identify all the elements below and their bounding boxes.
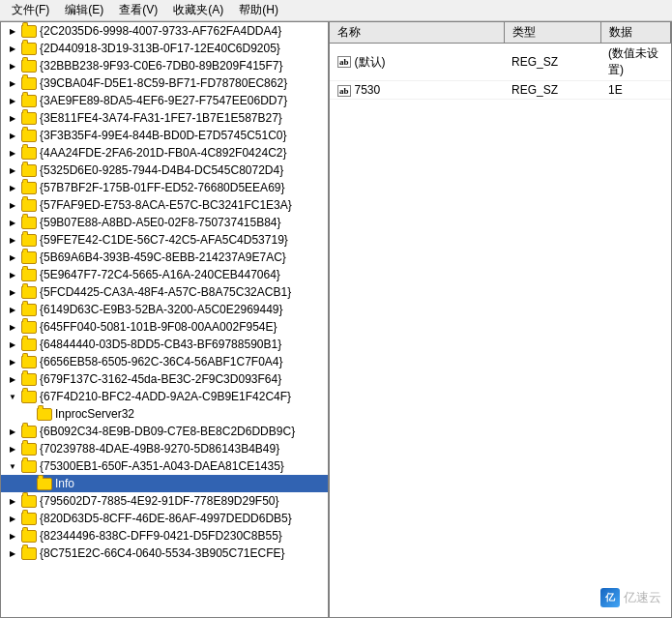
tree-expand-icon[interactable]: ▶ — [5, 319, 20, 335]
tree-item[interactable]: ▶{820D63D5-8CFF-46DE-86AF-4997DEDD6DB5} — [1, 510, 328, 527]
folder-icon — [21, 251, 37, 264]
tree-expand-icon[interactable] — [20, 406, 36, 422]
folder-icon — [21, 286, 37, 299]
tree-item[interactable]: ▶{59FE7E42-C1DE-56C7-42C5-AFA5C4D53719} — [1, 231, 328, 249]
tree-expand-icon[interactable]: ▶ — [5, 302, 20, 317]
tree-item-label: {795602D7-7885-4E92-91DF-778E89D29F50} — [40, 494, 279, 508]
tree-item[interactable]: ▶{64844440-03D5-8DD5-CB43-BF69788590B1} — [1, 336, 328, 353]
tree-item-label: {32BBB238-9F93-C0E6-7DB0-89B209F415F7} — [40, 59, 283, 73]
registry-tree[interactable]: ▶{2C2035D6-9998-4007-9733-AF762FA4DDA4}▶… — [1, 22, 330, 617]
table-row[interactable]: ab7530REG_SZ1E — [330, 81, 671, 100]
tree-expand-icon[interactable]: ▶ — [5, 110, 20, 126]
tree-expand-icon[interactable]: ▶ — [5, 441, 20, 456]
tree-expand-icon[interactable]: ▶ — [5, 424, 20, 439]
tree-item-label: {645FF040-5081-101B-9F08-00AA002F954E} — [40, 320, 278, 334]
tree-expand-icon[interactable]: ▶ — [5, 354, 20, 369]
folder-icon — [21, 304, 37, 316]
tree-item-label: {6B092C34-8E9B-DB09-C7E8-BE8C2D6DDB9C} — [40, 425, 295, 438]
value-name-text: (默认) — [355, 55, 386, 69]
tree-item-label: {3E811FE4-3A74-FA31-1FE7-1B7E1E587B27} — [40, 111, 282, 125]
tree-item-label: {39CBA04F-D5E1-8C59-BF71-FD78780EC862} — [40, 76, 287, 90]
tree-item[interactable]: ▶{82344496-838C-DFF9-0421-D5FD230C8B55} — [1, 527, 328, 544]
tree-item[interactable]: ▶{2D440918-3D19-313B-0F17-12E40C6D9205} — [1, 40, 328, 57]
tree-expand-icon[interactable]: ▶ — [5, 528, 20, 544]
value-name: ab7530 — [330, 81, 504, 100]
tree-expand-icon[interactable]: ▶ — [5, 371, 20, 387]
tree-item[interactable]: ▶{2C2035D6-9998-4007-9733-AF762FA4DDA4} — [1, 22, 328, 40]
folder-icon — [21, 547, 37, 560]
tree-expand-icon[interactable]: ▶ — [5, 162, 20, 178]
tree-expand-icon[interactable]: ▶ — [5, 197, 20, 213]
tree-item[interactable]: ▶{39CBA04F-D5E1-8C59-BF71-FD78780EC862} — [1, 74, 328, 92]
watermark: 亿 亿速云 — [600, 588, 661, 607]
folder-icon — [21, 112, 37, 125]
menu-view[interactable]: 查看(V) — [111, 0, 165, 20]
tree-item[interactable]: ▶{70239788-4DAE-49B8-9270-5D86143B4B49} — [1, 440, 328, 457]
tree-item[interactable]: ▶{5FCD4425-CA3A-48F4-A57C-B8A75C32ACB1} — [1, 283, 328, 301]
tree-expand-icon[interactable]: ▶ — [5, 267, 20, 282]
tree-item[interactable]: InprocServer32 — [1, 405, 328, 423]
tree-item[interactable]: ▶{679F137C-3162-45da-BE3C-2F9C3D093F64} — [1, 370, 328, 388]
tree-expand-icon[interactable]: ▶ — [5, 215, 20, 230]
tree-expand-icon[interactable]: ▶ — [5, 93, 20, 108]
tree-expand-icon[interactable]: ▼ — [5, 458, 20, 474]
tree-expand-icon[interactable]: ▶ — [5, 250, 20, 265]
tree-expand-icon[interactable] — [20, 476, 36, 491]
tree-item[interactable]: ▶{6149D63C-E9B3-52BA-3200-A5C0E2969449} — [1, 301, 328, 318]
tree-expand-icon[interactable]: ▼ — [5, 389, 20, 404]
tree-item[interactable]: ▶{32BBB238-9F93-C0E6-7DB0-89B209F415F7} — [1, 57, 328, 74]
tree-item[interactable]: ▶{3E811FE4-3A74-FA31-1FE7-1B7E1E587B27} — [1, 109, 328, 127]
tree-expand-icon[interactable]: ▶ — [5, 337, 20, 352]
watermark-text: 亿速云 — [624, 589, 661, 606]
tree-expand-icon[interactable]: ▶ — [5, 511, 20, 526]
tree-item[interactable]: ▶{8C751E2C-66C4-0640-5534-3B905C71ECFE} — [1, 544, 328, 562]
tree-expand-icon[interactable]: ▶ — [5, 545, 20, 561]
tree-item-label: {820D63D5-8CFF-46DE-86AF-4997DEDD6DB5} — [40, 512, 292, 525]
tree-expand-icon[interactable]: ▶ — [5, 128, 20, 143]
tree-item[interactable]: ▶{57FAF9ED-E753-8ACA-E57C-BC3241FC1E3A} — [1, 196, 328, 214]
tree-expand-icon[interactable]: ▶ — [5, 75, 20, 91]
tree-item-label: {6656EB58-6505-962C-36C4-56ABF1C7F0A4} — [40, 355, 283, 368]
tree-item[interactable]: ▶{57B7BF2F-175B-01FF-ED52-76680D5EEA69} — [1, 179, 328, 196]
tree-expand-icon[interactable]: ▶ — [5, 493, 20, 509]
folder-icon — [21, 391, 37, 403]
tree-item[interactable]: ▶{5E9647F7-72C4-5665-A16A-240CEB447064} — [1, 266, 328, 283]
menu-help[interactable]: 帮助(H) — [231, 0, 286, 20]
folder-icon — [21, 60, 37, 73]
value-data: (数值未设置) — [600, 44, 671, 81]
folder-icon — [21, 43, 37, 55]
tree-item[interactable]: ▶{3F3B35F4-99E4-844B-BD0D-E7D5745C51C0} — [1, 127, 328, 144]
folder-icon — [21, 426, 37, 438]
tree-item-label: {3F3B35F4-99E4-844B-BD0D-E7D5745C51C0} — [40, 129, 287, 142]
folder-icon — [21, 182, 37, 194]
menu-edit[interactable]: 编辑(E) — [57, 0, 111, 20]
tree-expand-icon[interactable]: ▶ — [5, 23, 20, 39]
tree-expand-icon[interactable]: ▶ — [5, 41, 20, 56]
folder-icon — [21, 147, 37, 160]
tree-item[interactable]: ▼{67F4D210-BFC2-4ADD-9A2A-C9B9E1F42C4F} — [1, 388, 328, 405]
col-name: 名称 — [330, 22, 504, 44]
tree-item[interactable]: ▶{5325D6E0-9285-7944-D4B4-DC545C8072D4} — [1, 162, 328, 179]
menu-file[interactable]: 文件(F) — [4, 0, 57, 20]
tree-item[interactable]: ▶{795602D7-7885-4E92-91DF-778E89D29F50} — [1, 492, 328, 510]
tree-item[interactable]: ▶{5B69A6B4-393B-459C-8EBB-214237A9E7AC} — [1, 249, 328, 266]
tree-item[interactable]: Info — [1, 475, 328, 492]
tree-item[interactable]: ▶{3AE9FE89-8DA5-4EF6-9E27-F7547EE06DD7} — [1, 92, 328, 109]
tree-expand-icon[interactable]: ▶ — [5, 180, 20, 195]
tree-expand-icon[interactable]: ▶ — [5, 232, 20, 248]
tree-item[interactable]: ▶{645FF040-5081-101B-9F08-00AA002F954E} — [1, 318, 328, 336]
tree-item[interactable]: ▶{6656EB58-6505-962C-36C4-56ABF1C7F0A4} — [1, 353, 328, 370]
tree-item[interactable]: ▼{75300EB1-650F-A351-A043-DAEA81CE1435} — [1, 457, 328, 475]
tree-expand-icon[interactable]: ▶ — [5, 58, 20, 74]
menu-favorites[interactable]: 收藏夹(A) — [165, 0, 231, 20]
tree-expand-icon[interactable]: ▶ — [5, 284, 20, 300]
tree-expand-icon[interactable]: ▶ — [5, 145, 20, 161]
value-type: REG_SZ — [504, 81, 600, 100]
tree-item[interactable]: ▶{6B092C34-8E9B-DB09-C7E8-BE8C2D6DDB9C} — [1, 423, 328, 440]
col-data: 数据 — [600, 22, 671, 44]
ab-icon: ab — [337, 56, 351, 68]
table-row[interactable]: ab(默认)REG_SZ(数值未设置) — [330, 44, 671, 81]
tree-item[interactable]: ▶{59B07E88-A8BD-A5E0-02F8-750737415B84} — [1, 214, 328, 231]
folder-icon — [21, 495, 37, 508]
tree-item[interactable]: ▶{4AA24FDE-2FA6-201D-FB0A-4C892F0424C2} — [1, 144, 328, 162]
